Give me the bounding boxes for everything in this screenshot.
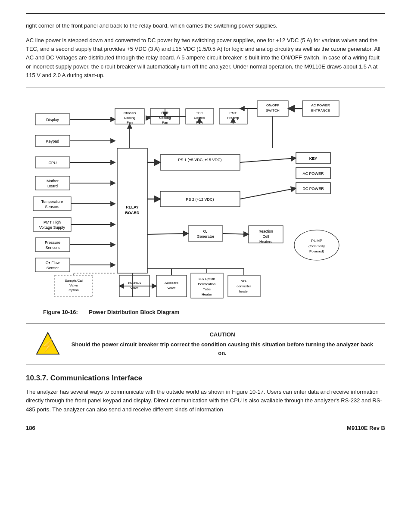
svg-line-104 [240,158,296,162]
svg-text:Heaters: Heaters [259,240,272,244]
svg-text:Autozero: Autozero [165,281,179,285]
svg-text:Sample/Cal: Sample/Cal [65,279,83,283]
page-number: 186 [26,425,35,431]
caution-text: CAUTION Should the power circuit breaker… [68,330,376,358]
body-paragraph-2: AC line power is stepped down and conver… [26,36,385,80]
svg-text:Valve: Valve [130,286,139,290]
svg-text:Temperature: Temperature [41,199,63,204]
caution-icon: ⚡ [35,331,61,357]
svg-text:IZS Option: IZS Option [199,277,215,281]
svg-text:NO₂: NO₂ [241,279,247,283]
footer-rule [26,422,385,422]
svg-text:Option: Option [68,288,79,292]
diagram-container: Display Keypad CPU Mother Board Temperat… [26,87,385,306]
svg-text:O₂: O₂ [203,229,208,233]
svg-text:AC POWER: AC POWER [302,171,324,176]
svg-text:AC POWER: AC POWER [311,103,330,107]
svg-text:Keypad: Keypad [46,139,59,143]
svg-text:Valve: Valve [69,283,78,287]
section-text: The analyzer has several ways to communi… [26,388,385,414]
svg-text:Fan: Fan [162,121,168,124]
svg-text:ON/OFF: ON/OFF [266,103,279,107]
footer: 186 M9110E Rev B [26,425,385,431]
svg-text:O₂ Flow: O₂ Flow [46,261,60,265]
svg-text:Sensor: Sensor [47,266,59,270]
doc-id: M9110E Rev B [347,425,385,431]
svg-line-105 [240,188,296,199]
svg-text:Powered): Powered) [309,249,324,253]
svg-rect-45 [160,155,240,170]
svg-text:Fan: Fan [127,121,133,124]
svg-text:Pressure: Pressure [45,240,60,245]
svg-text:NO/NO₂: NO/NO₂ [128,281,140,285]
svg-text:Sensors: Sensors [45,246,60,250]
svg-line-106 [147,233,188,234]
svg-text:CPU: CPU [48,161,56,165]
page: right corner of the front panel and back… [0,0,411,444]
svg-rect-49 [188,226,223,241]
svg-line-107 [223,233,249,234]
svg-text:Cooling: Cooling [124,116,135,120]
svg-text:Generator: Generator [197,234,215,239]
section-heading: 10.3.7. Communications Interface [26,374,385,383]
svg-text:Voltage Supply: Voltage Supply [39,225,65,230]
svg-text:PMT High: PMT High [44,220,61,224]
body-paragraph-1: right corner of the front panel and back… [26,22,385,30]
svg-text:Tube: Tube [203,287,211,291]
svg-text:Chassis: Chassis [124,111,136,115]
caution-title: CAUTION [68,330,376,339]
top-rule [26,13,385,14]
svg-text:TEC: TEC [196,111,203,115]
svg-text:Valve: Valve [167,286,176,290]
svg-text:DC POWER: DC POWER [302,187,324,191]
figure-caption: Figure 10-16: Power Distribution Block D… [43,309,385,315]
power-distribution-diagram: Display Keypad CPU Mother Board Temperat… [29,92,382,303]
svg-text:Display: Display [46,118,59,122]
svg-text:heater: heater [239,289,249,293]
svg-text:Sensors: Sensors [45,205,59,209]
svg-text:BOARD: BOARD [125,211,140,215]
svg-text:Cell: Cell [263,234,269,239]
caution-body: Should the power circuit breaker trip co… [68,340,376,357]
svg-text:KEY: KEY [309,156,318,161]
svg-text:(Externally: (Externally [308,244,325,248]
svg-text:PS 1 (+5 VDC; ±15 VDC): PS 1 (+5 VDC; ±15 VDC) [178,158,221,162]
svg-text:Permeation: Permeation [198,282,216,286]
svg-text:⚡: ⚡ [40,339,56,353]
svg-text:SWITCH: SWITCH [266,109,280,112]
caution-box: ⚡ CAUTION Should the power circuit break… [26,323,385,365]
svg-text:Heater: Heater [202,292,212,296]
svg-text:RELAY: RELAY [126,205,139,209]
svg-text:PMT: PMT [230,111,237,115]
svg-text:ENTRANCE: ENTRANCE [311,109,330,112]
svg-text:Board: Board [47,184,58,188]
svg-text:PS 2 (+12 VDC): PS 2 (+12 VDC) [186,197,214,202]
svg-text:converter: converter [237,284,251,288]
svg-text:PUMP: PUMP [311,239,322,243]
svg-text:Mother: Mother [47,179,59,183]
svg-text:Reaction: Reaction [258,229,273,233]
